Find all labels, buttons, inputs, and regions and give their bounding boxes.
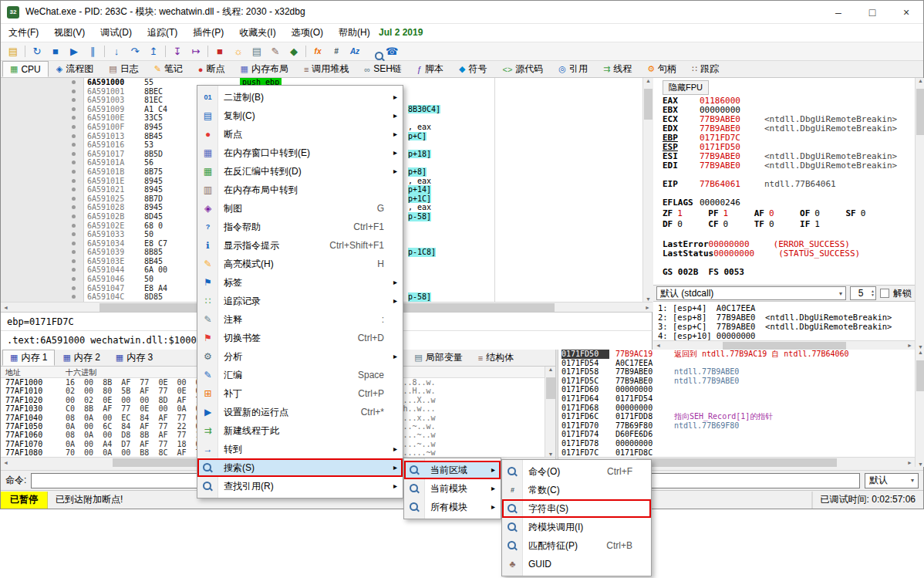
breakpoint-dot[interactable] <box>72 125 76 129</box>
stack-row[interactable]: 0171FD74 D60FE6D6 <box>558 430 915 439</box>
cpu-flag[interactable]: ZF1 <box>663 209 706 218</box>
cpu-flag[interactable]: PF1 <box>708 209 751 218</box>
scroll-up-arrow[interactable]: ▲ <box>545 367 556 372</box>
stack-row[interactable]: 0171FD70 77B69F80 ntdll.77B69F80 <box>558 421 915 431</box>
breakpoint-dot[interactable] <box>72 143 76 147</box>
scrollbar-thumb[interactable] <box>546 377 555 399</box>
breakpoint-dot[interactable] <box>72 170 76 174</box>
find-pattern-icon[interactable] <box>364 43 383 59</box>
menu-item-find-references[interactable]: 查找引用(R) ▸ <box>197 477 403 495</box>
toolbar-separator[interactable] <box>163 43 168 59</box>
breakpoint-dot[interactable] <box>72 205 76 209</box>
trace-over-icon[interactable]: ↦ <box>187 43 205 59</box>
disasm-vertical-scrollbar[interactable]: ▲ ▼ <box>642 78 653 302</box>
close-button[interactable]: × <box>889 1 923 23</box>
scroll-left-arrow[interactable]: ◄ <box>1 460 11 465</box>
breakpoint-dot[interactable] <box>72 116 76 120</box>
menu-item-goto-disassembly[interactable]: ▦ 在反汇编中转到(D) ▸ <box>197 162 403 181</box>
menu-item-label[interactable]: ⚑ 标签 ▸ <box>197 273 403 292</box>
scrollbar-thumb[interactable] <box>636 458 837 467</box>
menu-item-goto-memory-map[interactable]: ▥ 在内存布局中转到 ▸ <box>197 181 403 199</box>
breakpoint-dot[interactable] <box>72 152 76 156</box>
menu-item-search-current-region[interactable]: 当前区域 ▸ <box>404 461 501 479</box>
menubar-item[interactable]: 追踪(T) <box>140 24 185 42</box>
cpu-flag[interactable]: AF0 <box>754 209 798 218</box>
menu-item-toggle-bookmark[interactable]: ⚑ 切换书签 Ctrl+D ▸ <box>197 329 403 347</box>
tab-source[interactable]: <> 源代码 <box>494 61 551 77</box>
breakpoint-dot[interactable] <box>72 90 76 93</box>
stop-icon[interactable]: ■ <box>46 43 65 59</box>
toolbar-separator[interactable] <box>303 43 309 59</box>
tab-notes[interactable]: ✎ 笔记 <box>147 61 191 77</box>
call-arguments-panel[interactable]: 1: [esp+4] A0C17EEA 2: [esp+8] 77B9ABE0 … <box>653 302 915 340</box>
breakpoint-dot[interactable] <box>72 277 76 281</box>
stack-view[interactable]: 0171FD50 77B9AC19 返回到 ntdll.77B9AC19 自 n… <box>558 350 915 457</box>
menu-item-search-all-modules[interactable]: 所有模块 ▸ <box>404 498 501 516</box>
register-row[interactable]: EIP 77B64061 ntdll.77B64061 <box>653 180 915 189</box>
register-row[interactable]: LastStatus 00000000 (STATUS_SUCCESS) <box>653 249 915 259</box>
menubar-item[interactable]: 调试(D) <box>93 24 140 42</box>
scroll-left-arrow[interactable]: ◄ <box>653 343 663 348</box>
scroll-up-arrow[interactable]: ▲ <box>643 78 653 83</box>
shield-icon[interactable]: ◆ <box>285 43 303 59</box>
tab-references[interactable]: ◎ 引用 <box>551 61 595 77</box>
command-profile-select[interactable]: 默认 ▾ <box>865 473 919 488</box>
stack-row[interactable]: 0171FD7C 0171FD8C <box>558 448 915 457</box>
tab-breakpoints[interactable]: ● 断点 <box>191 61 233 77</box>
tab-struct[interactable]: ≡ 结构体 <box>470 350 521 366</box>
scroll-up-arrow[interactable]: ▲ <box>916 78 924 83</box>
minimize-button[interactable]: – <box>821 1 855 23</box>
log-icon[interactable]: ▤ <box>248 43 266 59</box>
calculator-fx-icon[interactable]: fx <box>309 43 327 59</box>
highlight-icon[interactable]: ☼ <box>229 43 248 59</box>
register-row[interactable]: EFLAGS 00000246 <box>653 198 915 208</box>
register-row[interactable]: EDX 77B9ABE0 <ntdll.DbgUiRemoteBreakin> <box>653 124 915 134</box>
breakpoint-dot[interactable] <box>72 268 76 272</box>
cpu-flag[interactable]: SF0 <box>845 209 889 218</box>
breakpoint-dot[interactable] <box>72 250 76 254</box>
notes-icon[interactable]: ✎ <box>266 43 285 59</box>
menu-item-instruction-help[interactable]: ? 指令帮助 Ctrl+F1 ▸ <box>197 218 403 236</box>
execute-till-return-icon[interactable]: ↥ <box>144 43 163 59</box>
menu-item-search-pattern[interactable]: 匹配特征(P) Ctrl+B ▸ <box>502 536 651 555</box>
scroll-right-arrow[interactable]: ► <box>905 343 915 348</box>
tab-threads[interactable]: ⇉ 线程 <box>595 61 639 77</box>
tab-log[interactable]: ▤ 日志 <box>101 61 146 77</box>
toolbar-separator[interactable] <box>102 43 107 59</box>
hide-fpu-button[interactable]: 隐藏FPU <box>663 80 709 95</box>
menubar-item[interactable]: 文件(F) <box>1 24 46 42</box>
toolbar-separator[interactable] <box>205 43 211 59</box>
scrollbar-thumb[interactable] <box>916 360 924 391</box>
menu-item-highlight-mode[interactable]: ✎ 高亮模式(H) H ▸ <box>197 255 403 273</box>
tab-handles[interactable]: ⚙ 句柄 <box>639 61 684 77</box>
menu-item-search-current-module[interactable]: 当前模块 ▸ <box>404 479 501 498</box>
stack-row[interactable]: 0171FD60 00000000 <box>558 385 915 394</box>
register-row[interactable]: EBP 0171FD7C <box>653 134 915 143</box>
menu-item-breakpoint[interactable]: ● 断点 ▸ <box>197 125 403 144</box>
menu-item-search-command[interactable]: 命令(O) Ctrl+F ▸ <box>502 462 651 481</box>
tab-script[interactable]: ƒ 脚本 <box>410 61 451 77</box>
stack-vertical-scrollbar[interactable]: ▲ ▼ <box>915 350 924 467</box>
menu-item-set-new-origin[interactable]: ▶ 设置新的运行点 Ctrl+* ▸ <box>197 403 403 421</box>
stack-row[interactable]: 0171FD5C 77B9ABE0 ntdll.77B9ABE0 <box>558 377 915 386</box>
animate-icon[interactable]: ■ <box>211 43 229 59</box>
breakpoint-dot[interactable] <box>72 286 76 290</box>
menu-item-goto-memory-window[interactable]: ▦ 在内存窗口中转到(E) ▸ <box>197 144 403 162</box>
register-row[interactable]: EDI 77B9ABE0 <ntdll.DbgUiRemoteBreakin> <box>653 161 915 171</box>
menu-item-search-intermodular-calls[interactable]: 跨模块调用(I) ▸ <box>502 518 651 536</box>
maximize-button[interactable]: □ <box>855 1 889 23</box>
trace-into-icon[interactable]: ↧ <box>168 43 187 59</box>
tab-graph[interactable]: ◈ 流程图 <box>49 61 101 77</box>
breakpoint-dot[interactable] <box>72 259 76 263</box>
scroll-down-arrow[interactable]: ▼ <box>545 451 556 457</box>
tab-symbols[interactable]: ◆ 符号 <box>451 61 494 77</box>
args-horizontal-scrollbar[interactable]: ◄ ► <box>653 340 915 350</box>
menu-item-binary[interactable]: 01 二进制(B) ▸ <box>197 88 403 106</box>
pause-icon[interactable]: ∥ <box>83 43 102 59</box>
breakpoint-dot[interactable] <box>72 224 76 228</box>
breakpoint-dot[interactable] <box>72 179 76 183</box>
toolbar-separator[interactable] <box>22 43 28 59</box>
stack-row[interactable]: 0171FD6C 0171FDD8 指向SEH_Record[1]的指针 <box>558 412 915 421</box>
cpu-flag[interactable]: TF0 <box>754 220 798 229</box>
cpu-flag[interactable]: CF0 <box>708 220 751 229</box>
